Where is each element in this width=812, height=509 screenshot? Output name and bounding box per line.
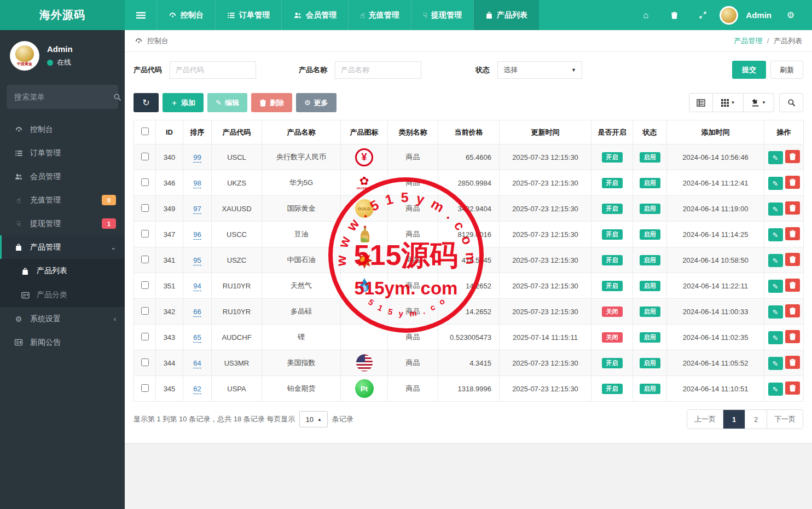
- submit-button[interactable]: 提交: [732, 61, 766, 79]
- sort-link[interactable]: 95: [193, 256, 201, 265]
- avatar[interactable]: [720, 6, 738, 25]
- export-button[interactable]: ▼: [744, 93, 774, 112]
- col-added[interactable]: 添加时间: [667, 120, 764, 144]
- product-name-input[interactable]: [335, 61, 421, 79]
- fullscreen-button[interactable]: [691, 0, 714, 30]
- home-button[interactable]: ⌂: [634, 0, 657, 30]
- edit-button[interactable]: ✎编辑: [207, 93, 247, 112]
- row-checkbox[interactable]: [141, 178, 149, 186]
- row-edit-button[interactable]: ✎: [768, 280, 783, 293]
- sort-link[interactable]: 98: [193, 179, 201, 188]
- row-delete-button[interactable]: [785, 279, 800, 292]
- row-delete-button[interactable]: [785, 176, 800, 189]
- sidebar-item-product-management[interactable]: 产品管理⌄: [0, 235, 125, 259]
- row-checkbox[interactable]: [141, 153, 149, 160]
- row-checkbox[interactable]: [141, 281, 149, 289]
- status-select[interactable]: 选择▼: [497, 61, 582, 79]
- sidebar-item-system-settings[interactable]: ⚙系统设置‹: [0, 307, 125, 331]
- nav-item-members[interactable]: 会员管理: [281, 0, 348, 30]
- row-delete-button[interactable]: [785, 330, 800, 343]
- sort-link[interactable]: 97: [193, 205, 201, 214]
- row-edit-button[interactable]: ✎: [768, 383, 783, 396]
- page-button-2[interactable]: 2: [745, 410, 767, 429]
- row-delete-button[interactable]: [785, 201, 800, 215]
- col-icon[interactable]: 产品图标: [341, 120, 388, 144]
- delete-button[interactable]: 删除: [251, 93, 292, 112]
- row-edit-button[interactable]: ✎: [768, 177, 783, 190]
- breadcrumb-parent[interactable]: 产品管理: [734, 37, 762, 45]
- row-edit-button[interactable]: ✎: [768, 331, 783, 344]
- col-id[interactable]: ID: [156, 120, 183, 144]
- row-edit-button[interactable]: ✎: [768, 305, 783, 319]
- code-cell: UKZS: [212, 170, 262, 196]
- trash-button[interactable]: [663, 0, 686, 30]
- table-search-button[interactable]: [779, 93, 803, 112]
- settings-button[interactable]: ⚙: [779, 0, 802, 30]
- col-code[interactable]: 产品代码: [212, 120, 262, 144]
- row-checkbox[interactable]: [141, 307, 149, 315]
- prev-page-button[interactable]: 上一页: [687, 410, 723, 429]
- nav-item-withdraw[interactable]: ☟提现管理: [411, 0, 474, 30]
- row-checkbox[interactable]: [141, 358, 149, 366]
- nav-item-product-list[interactable]: 产品列表: [473, 0, 539, 30]
- nav-item-recharge[interactable]: ☝充值管理: [348, 0, 411, 30]
- next-page-button[interactable]: 下一页: [767, 410, 803, 429]
- row-delete-button[interactable]: [785, 253, 800, 266]
- col-name[interactable]: 产品名称: [262, 120, 341, 144]
- sort-link[interactable]: 64: [193, 359, 201, 368]
- sidebar-item-news[interactable]: 新闻公告: [0, 331, 125, 354]
- col-updated[interactable]: 更新时间: [500, 120, 591, 144]
- col-sort[interactable]: 排序: [183, 120, 212, 144]
- row-edit-button[interactable]: ✎: [768, 228, 783, 241]
- row-edit-button[interactable]: ✎: [768, 151, 783, 164]
- nav-item-dashboard[interactable]: 控制台: [156, 0, 215, 30]
- row-edit-button[interactable]: ✎: [768, 203, 783, 216]
- user-avatar[interactable]: 中国黄金: [10, 41, 39, 71]
- page-button-1[interactable]: 1: [723, 410, 745, 429]
- col-price[interactable]: 当前价格: [438, 120, 500, 144]
- row-checkbox[interactable]: [141, 384, 149, 392]
- sort-link[interactable]: 99: [193, 153, 201, 163]
- admin-label[interactable]: Admin: [746, 10, 772, 20]
- more-button[interactable]: ⚙更多: [296, 93, 337, 112]
- sidebar-item-product-list[interactable]: 产品列表: [0, 259, 125, 283]
- sort-link[interactable]: 62: [193, 385, 201, 394]
- row-edit-button[interactable]: ✎: [768, 357, 783, 370]
- toggle-view-button[interactable]: [689, 93, 713, 112]
- row-checkbox[interactable]: [141, 256, 149, 263]
- row-delete-button[interactable]: [785, 304, 800, 317]
- sort-link[interactable]: 94: [193, 282, 201, 291]
- breadcrumb-left[interactable]: 控制台: [147, 36, 169, 46]
- sidebar-item-orders[interactable]: 订单管理: [0, 141, 125, 165]
- row-delete-button[interactable]: [785, 381, 800, 395]
- col-category[interactable]: 类别名称: [388, 120, 438, 144]
- sidebar-item-recharge[interactable]: ☝充值管理0: [0, 188, 125, 212]
- row-checkbox[interactable]: [141, 333, 149, 340]
- row-delete-button[interactable]: [785, 227, 800, 240]
- row-delete-button[interactable]: [785, 356, 800, 369]
- row-delete-button[interactable]: [785, 150, 800, 163]
- col-enabled[interactable]: 是否开启: [591, 120, 633, 144]
- reload-button[interactable]: ↻: [134, 93, 159, 112]
- refresh-button[interactable]: 刷新: [770, 61, 803, 79]
- row-checkbox[interactable]: [141, 204, 149, 212]
- col-status[interactable]: 状态: [633, 120, 667, 144]
- sidebar-item-dashboard[interactable]: 控制台: [0, 118, 125, 141]
- sidebar-toggle-button[interactable]: [125, 0, 156, 30]
- sidebar-search-input[interactable]: [14, 92, 113, 101]
- sidebar-item-members[interactable]: 会员管理: [0, 165, 125, 188]
- sidebar-item-withdraw[interactable]: ☟提现管理1: [0, 212, 125, 235]
- nav-item-orders[interactable]: 订单管理: [215, 0, 281, 30]
- select-all-checkbox[interactable]: [141, 128, 149, 135]
- page-size-select[interactable]: 10▲: [299, 411, 327, 427]
- row-edit-button[interactable]: ✎: [768, 254, 783, 267]
- sort-link[interactable]: 66: [193, 308, 201, 317]
- product-code-input[interactable]: [170, 61, 256, 79]
- row-checkbox[interactable]: [141, 230, 149, 238]
- sort-link[interactable]: 65: [193, 333, 201, 343]
- sidebar-item-product-category[interactable]: 产品分类: [0, 283, 125, 307]
- columns-button[interactable]: ▼: [713, 93, 744, 112]
- add-button[interactable]: ＋添加: [163, 93, 204, 112]
- sort-link[interactable]: 96: [193, 230, 201, 240]
- search-icon[interactable]: [113, 93, 121, 101]
